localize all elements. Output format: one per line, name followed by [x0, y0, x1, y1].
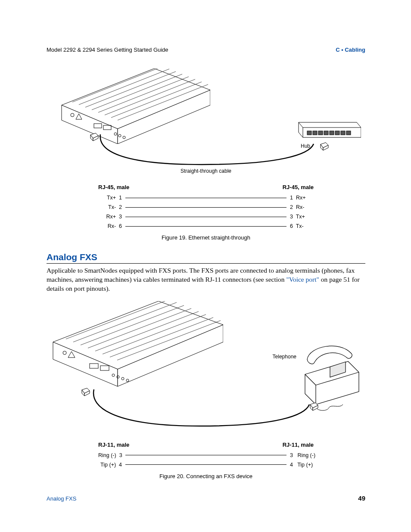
section-rule [47, 263, 365, 264]
figure-19: Hub Straight-through cable RJ-45, male R… [47, 68, 365, 241]
figure-20: Telephone [47, 301, 365, 479]
ethernet-cable-icon [94, 131, 318, 170]
telephone-label: Telephone [273, 354, 296, 360]
figure-19-illustration: Hub Straight-through cable [47, 68, 365, 180]
figure-19-caption: Figure 19. Ethernet straight-through [47, 234, 365, 241]
running-header: Model 2292 & 2294 Series Getting Started… [47, 47, 365, 53]
svg-rect-24 [318, 131, 323, 135]
figure-20-caption: Figure 20. Connecting an FXS device [47, 473, 365, 479]
section-body: Applicable to SmartNodes equipped with F… [47, 266, 365, 293]
running-footer: Analog FXS 49 [47, 495, 365, 502]
rj45-plug-left-icon [90, 132, 99, 143]
figure-20-illustration: Telephone [47, 301, 365, 438]
section-heading-analog-fxs: Analog FXS [47, 252, 365, 262]
header-guide-title: Model 2292 & 2294 Series Getting Started… [47, 47, 168, 53]
svg-rect-29 [346, 131, 351, 135]
pin-row: Rx- 6 6 Tx- [98, 221, 314, 231]
voice-port-link[interactable]: "Voice port" [286, 276, 319, 283]
figure-19-pinout: RJ-45, male RJ-45, male Tx+ 1 1 Rx+ Tx- … [98, 184, 314, 231]
pin-row: Tx+ 1 1 Rx+ [98, 193, 314, 202]
svg-rect-28 [341, 131, 345, 135]
footer-page-number: 49 [358, 495, 365, 502]
header-chapter: C • Cabling [336, 47, 365, 53]
svg-rect-26 [330, 131, 334, 135]
rj45-plug-right-icon [320, 142, 329, 153]
figure-20-pinout: RJ-11, male RJ-11, male Ring (-) 3 3 Rin… [98, 442, 314, 470]
pin-row: Ring (-) 3 3 Ring (-) [98, 451, 314, 460]
footer-section-name: Analog FXS [47, 495, 76, 502]
pin-row: Rx+ 3 3 Tx+ [98, 212, 314, 221]
right-connector-type: RJ-45, male [283, 184, 314, 190]
page: Model 2292 & 2294 Series Getting Started… [0, 0, 411, 532]
phone-cable-icon [87, 385, 311, 432]
pin-row: Tip (+) 4 4 Tip (+) [98, 460, 314, 470]
right-connector-type: RJ-11, male [283, 442, 314, 448]
svg-rect-27 [335, 131, 339, 135]
rj11-plug-right-icon [309, 402, 319, 413]
left-connector-type: RJ-45, male [98, 184, 129, 190]
svg-rect-25 [324, 131, 328, 135]
cable-type-label: Straight-through cable [47, 168, 365, 174]
pin-row: Tx- 2 2 Rx- [98, 202, 314, 212]
left-connector-type: RJ-11, male [98, 442, 129, 448]
rj11-plug-left-icon [81, 387, 90, 398]
smartnode-device-icon [47, 301, 223, 387]
